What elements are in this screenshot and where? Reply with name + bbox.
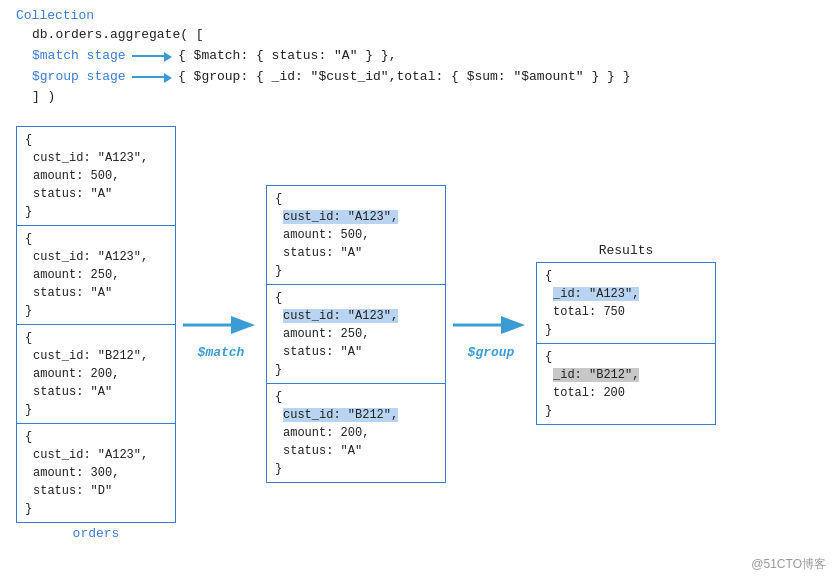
filtered-box: { cust_id: "A123", amount: 500, status: … bbox=[266, 185, 446, 483]
group-stage-code: { $group: { _id: "$cust_id",total: { $su… bbox=[178, 67, 630, 88]
group-arrow-small bbox=[132, 71, 172, 83]
doc-1: { cust_id: "A123", amount: 500, status: … bbox=[17, 127, 175, 226]
doc-3-line2: amount: 200, bbox=[25, 365, 167, 383]
doc-3-line3: status: "A" bbox=[25, 383, 167, 401]
doc-4-line2: amount: 300, bbox=[25, 464, 167, 482]
doc-2-line3: status: "A" bbox=[25, 284, 167, 302]
doc-1-line2: amount: 500, bbox=[25, 167, 167, 185]
fd-3-line1: cust_id: "B212", bbox=[275, 406, 437, 424]
doc-3: { cust_id: "B212", amount: 200, status: … bbox=[17, 325, 175, 424]
doc-2-line1: cust_id: "A123", bbox=[25, 248, 167, 266]
fd-1-line3: status: "A" bbox=[275, 244, 437, 262]
match-arrow-small bbox=[132, 50, 172, 62]
rd-1-id-highlight: _id: "A123", bbox=[553, 287, 639, 301]
aggregate-line1: db.orders.aggregate( [ bbox=[32, 25, 822, 46]
collection-label: Collection bbox=[16, 8, 822, 23]
group-arrow-label: $group bbox=[468, 345, 515, 360]
fd-2-line3: status: "A" bbox=[275, 343, 437, 361]
doc-1-close: } bbox=[25, 203, 167, 221]
fd-3-open: { bbox=[275, 388, 437, 406]
match-stage-row: $match stage { $match: { status: "A" } }… bbox=[32, 46, 822, 67]
filtered-doc-1: { cust_id: "A123", amount: 500, status: … bbox=[267, 186, 445, 285]
doc-1-line3: status: "A" bbox=[25, 185, 167, 203]
orders-label: orders bbox=[73, 526, 120, 541]
match-arrow-svg bbox=[181, 307, 261, 343]
rd-2-close: } bbox=[545, 402, 707, 420]
fd-3-line3: status: "A" bbox=[275, 442, 437, 460]
collection-box: { cust_id: "A123", amount: 500, status: … bbox=[16, 126, 176, 523]
doc-4-line3: status: "D" bbox=[25, 482, 167, 500]
match-arrow-label: $match bbox=[198, 345, 245, 360]
doc-2-line2: amount: 250, bbox=[25, 266, 167, 284]
group-arrow-svg bbox=[451, 307, 531, 343]
rd-2-open: { bbox=[545, 348, 707, 366]
rd-1-total: total: 750 bbox=[545, 303, 707, 321]
fd-2-close: } bbox=[275, 361, 437, 379]
match-arrow-container: $match bbox=[176, 307, 266, 360]
results-section: Results { _id: "A123", total: 750 } { _i… bbox=[536, 243, 716, 425]
rd-2-id: _id: "B212", bbox=[545, 366, 707, 384]
filtered-doc-2: { cust_id: "A123", amount: 250, status: … bbox=[267, 285, 445, 384]
rd-2-total: total: 200 bbox=[545, 384, 707, 402]
doc-4-line1: cust_id: "A123", bbox=[25, 446, 167, 464]
doc-2-open: { bbox=[25, 230, 167, 248]
match-stage-code: { $match: { status: "A" } }, bbox=[178, 46, 396, 67]
doc-2: { cust_id: "A123", amount: 250, status: … bbox=[17, 226, 175, 325]
results-box: { _id: "A123", total: 750 } { _id: "B212… bbox=[536, 262, 716, 425]
doc-2-close: } bbox=[25, 302, 167, 320]
doc-4: { cust_id: "A123", amount: 300, status: … bbox=[17, 424, 175, 522]
fd-1-line1: cust_id: "A123", bbox=[275, 208, 437, 226]
close-line: ] ) bbox=[32, 87, 822, 108]
doc-3-line1: cust_id: "B212", bbox=[25, 347, 167, 365]
filtered-doc-3: { cust_id: "B212", amount: 200, status: … bbox=[267, 384, 445, 482]
fd-3-cust-highlight: cust_id: "B212", bbox=[283, 408, 398, 422]
doc-1-line1: cust_id: "A123", bbox=[25, 149, 167, 167]
aggregate-code: db.orders.aggregate( [ $match stage { $m… bbox=[16, 25, 822, 108]
doc-1-open: { bbox=[25, 131, 167, 149]
fd-1-open: { bbox=[275, 190, 437, 208]
rd-2-id-highlight: _id: "B212", bbox=[553, 368, 639, 382]
fd-1-cust-highlight: cust_id: "A123", bbox=[283, 210, 398, 224]
rd-1-close: } bbox=[545, 321, 707, 339]
result-doc-2: { _id: "B212", total: 200 } bbox=[537, 344, 715, 424]
group-stage-label: $group stage bbox=[32, 67, 132, 88]
doc-3-close: } bbox=[25, 401, 167, 419]
match-stage-label: $match stage bbox=[32, 46, 132, 67]
doc-4-close: } bbox=[25, 500, 167, 518]
watermark: @51CTO博客 bbox=[751, 556, 826, 573]
group-stage-row: $group stage { $group: { _id: "$cust_id"… bbox=[32, 67, 822, 88]
doc-4-open: { bbox=[25, 428, 167, 446]
group-arrow-container: $group bbox=[446, 307, 536, 360]
fd-3-close: } bbox=[275, 460, 437, 478]
rd-1-id: _id: "A123", bbox=[545, 285, 707, 303]
collection-section: { cust_id: "A123", amount: 500, status: … bbox=[16, 126, 176, 541]
fd-2-line1: cust_id: "A123", bbox=[275, 307, 437, 325]
doc-3-open: { bbox=[25, 329, 167, 347]
fd-2-cust-highlight: cust_id: "A123", bbox=[283, 309, 398, 323]
fd-1-close: } bbox=[275, 262, 437, 280]
fd-2-line2: amount: 250, bbox=[275, 325, 437, 343]
fd-1-line2: amount: 500, bbox=[275, 226, 437, 244]
top-section: Collection db.orders.aggregate( [ $match… bbox=[0, 0, 838, 112]
fd-2-open: { bbox=[275, 289, 437, 307]
result-doc-1: { _id: "A123", total: 750 } bbox=[537, 263, 715, 344]
rd-1-open: { bbox=[545, 267, 707, 285]
filtered-section: { cust_id: "A123", amount: 500, status: … bbox=[266, 185, 446, 483]
results-title: Results bbox=[599, 243, 654, 258]
diagram: { cust_id: "A123", amount: 500, status: … bbox=[0, 116, 838, 551]
fd-3-line2: amount: 200, bbox=[275, 424, 437, 442]
